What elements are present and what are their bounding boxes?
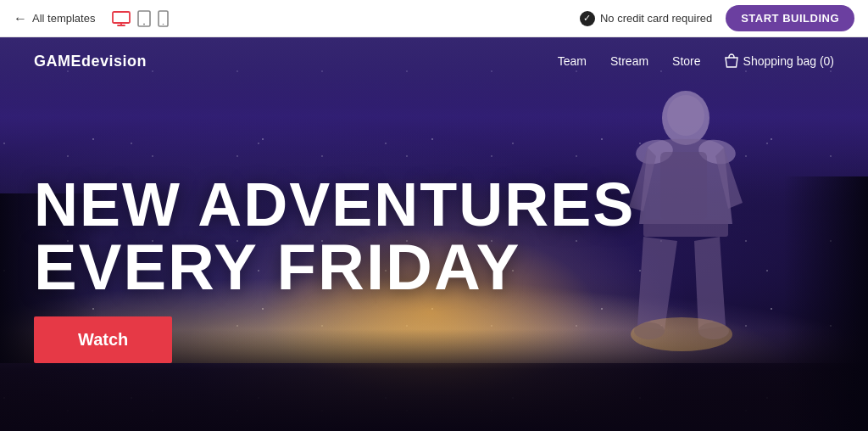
back-button[interactable]: ← All templates [14,11,95,26]
svg-rect-9 [643,220,728,237]
svg-point-4 [163,23,164,25]
check-icon: ✓ [580,11,595,26]
tablet-icon[interactable] [137,10,151,27]
toolbar-right: ✓ No credit card required START BUILDING [580,5,854,31]
back-arrow-icon: ← [14,11,27,26]
shopping-bag-label: Shopping bag (0) [743,54,834,68]
hero-title: NEW ADVENTURES EVERY FRIDAY [34,174,635,299]
toolbar: ← All templates [0,0,868,37]
svg-point-6 [667,95,704,136]
website-preview: GAMEdevision Team Stream Store Shopping … [0,37,868,431]
desktop-icon[interactable] [112,11,131,26]
svg-point-2 [143,23,145,25]
hero-line2: EVERY FRIDAY [34,235,635,299]
no-credit-label: No credit card required [600,12,712,25]
logo-text: GAMEdevision [34,53,147,70]
nav-link-store[interactable]: Store [672,54,700,68]
back-label: All templates [32,12,95,25]
start-building-button[interactable]: START BUILDING [726,5,854,31]
hero-content: NEW ADVENTURES EVERY FRIDAY Watch [34,174,635,363]
trees-right [783,176,868,431]
device-icons [112,10,169,27]
nav-link-team[interactable]: Team [558,54,587,68]
svg-rect-12 [660,152,707,220]
mobile-icon[interactable] [158,10,169,27]
nav-link-stream[interactable]: Stream [610,54,648,68]
site-nav: GAMEdevision Team Stream Store Shopping … [0,37,868,85]
svg-point-13 [631,317,732,351]
toolbar-left: ← All templates [14,10,169,27]
site-nav-links: Team Stream Store Shopping bag (0) [558,53,834,69]
watch-button[interactable]: Watch [34,316,172,363]
svg-rect-0 [113,12,130,23]
nav-link-shopping-bag[interactable]: Shopping bag (0) [725,53,834,69]
site-logo: GAMEdevision [34,53,147,70]
no-credit-info: ✓ No credit card required [580,11,712,26]
shopping-bag-icon [725,53,738,69]
hero-line1: NEW ADVENTURES [34,171,635,238]
